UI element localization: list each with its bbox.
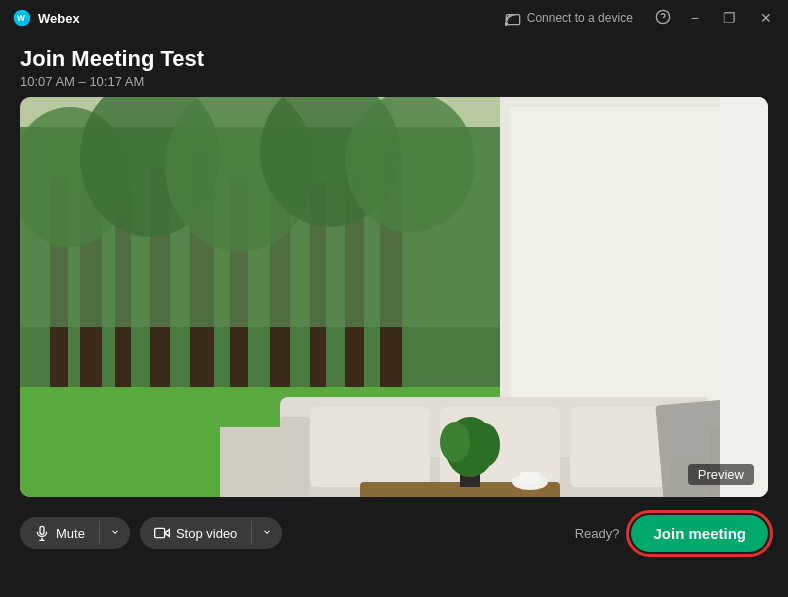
- chevron-down-icon: [110, 527, 120, 537]
- video-dropdown-button[interactable]: [252, 519, 282, 547]
- meeting-title: Join Meeting Test: [20, 46, 768, 72]
- mute-button[interactable]: Mute: [20, 517, 99, 549]
- ready-text: Ready?: [575, 526, 620, 541]
- help-icon: [655, 9, 671, 25]
- svg-point-39: [470, 423, 500, 467]
- webex-logo-text: Webex: [38, 11, 80, 26]
- svg-rect-43: [40, 527, 44, 535]
- connect-device-button[interactable]: Connect to a device: [499, 8, 639, 28]
- room-scene-svg: [20, 97, 768, 497]
- svg-rect-42: [720, 97, 768, 497]
- window-controls: − ❐ ✕: [687, 9, 776, 27]
- stop-video-button[interactable]: Stop video: [140, 517, 251, 549]
- svg-point-23: [345, 97, 475, 232]
- cast-icon: [505, 10, 521, 26]
- stop-video-control-group: Stop video: [140, 517, 282, 549]
- help-button[interactable]: [651, 7, 675, 29]
- microphone-icon: [34, 525, 50, 541]
- svg-rect-32: [570, 407, 670, 487]
- title-bar-left: W Webex: [12, 8, 80, 28]
- svg-rect-33: [280, 417, 310, 497]
- controls-right: Ready? Join meeting: [575, 515, 768, 552]
- bottom-bar: Mute Stop video: [0, 497, 788, 569]
- webex-logo: W Webex: [12, 8, 80, 28]
- svg-marker-46: [165, 530, 170, 537]
- svg-point-3: [505, 23, 508, 26]
- mute-control-group: Mute: [20, 517, 130, 549]
- title-bar-right: Connect to a device − ❐ ✕: [499, 7, 776, 29]
- svg-rect-41: [520, 472, 540, 484]
- meeting-info: Join Meeting Test 10:07 AM – 10:17 AM: [0, 36, 788, 97]
- room-scene: [20, 97, 768, 497]
- restore-button[interactable]: ❐: [719, 9, 740, 27]
- meeting-time: 10:07 AM – 10:17 AM: [20, 74, 768, 89]
- webex-logo-icon: W: [12, 8, 32, 28]
- preview-area: Preview: [20, 97, 768, 497]
- connect-device-label: Connect to a device: [527, 11, 633, 25]
- controls-left: Mute Stop video: [20, 517, 282, 549]
- preview-label: Preview: [688, 464, 754, 485]
- join-meeting-button[interactable]: Join meeting: [631, 515, 768, 552]
- svg-rect-47: [155, 529, 165, 538]
- chevron-down-icon-2: [262, 527, 272, 537]
- svg-point-38: [440, 422, 470, 462]
- title-bar: W Webex Connect to a device − ❐ ✕: [0, 0, 788, 36]
- svg-rect-30: [310, 407, 430, 487]
- mute-dropdown-button[interactable]: [100, 519, 130, 547]
- minimize-button[interactable]: −: [687, 9, 703, 27]
- mute-label: Mute: [56, 526, 85, 541]
- stop-video-label: Stop video: [176, 526, 237, 541]
- svg-text:W: W: [17, 13, 25, 23]
- close-button[interactable]: ✕: [756, 9, 776, 27]
- video-camera-icon: [154, 525, 170, 541]
